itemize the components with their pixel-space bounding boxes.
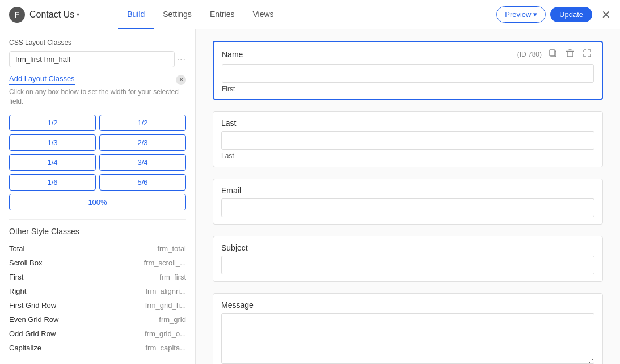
update-button[interactable]: Update [550, 7, 592, 22]
field-name-input[interactable] [222, 64, 594, 83]
style-row-right: Right frm_alignri... [9, 284, 186, 298]
field-expand-button[interactable] [580, 48, 594, 61]
add-layout-classes-button[interactable]: Add Layout Classes [9, 74, 75, 85]
css-input-row: ··· [9, 51, 186, 67]
main-content: CSS Layout Classes ··· Add Layout Classe… [0, 29, 620, 364]
style-row-first: First frm_first [9, 270, 186, 284]
grid-btn-full[interactable]: 100% [9, 194, 186, 210]
header: F Contact Us ▾ Build Settings Entries Vi… [0, 0, 620, 29]
field-last-sublabel: Last [221, 152, 594, 160]
style-row-firstgridrow: First Grid Row frm_grid_fi... [9, 298, 186, 312]
style-row-total: Total frm_total [9, 242, 186, 256]
style-name-evengridrow: Even Grid Row [9, 315, 58, 324]
close-button[interactable]: ✕ [601, 8, 611, 22]
grid-btn-third-1[interactable]: 1/3 [9, 134, 96, 151]
field-name[interactable]: Name (ID 780) [213, 41, 603, 100]
css-section-label: CSS Layout Classes [9, 39, 186, 46]
style-rows-list: Total frm_total Scroll Box frm_scroll_..… [9, 242, 186, 355]
sidebar: CSS Layout Classes ··· Add Layout Classe… [0, 29, 196, 364]
grid-btn-quarter-3[interactable]: 3/4 [99, 154, 186, 171]
field-last-label: Last [221, 118, 236, 128]
main-nav: Build Settings Entries Views [118, 0, 282, 29]
style-name-scrollbox: Scroll Box [9, 259, 43, 267]
form-title: Contact Us ▾ [29, 10, 79, 20]
style-row-scrollbox: Scroll Box frm_scroll_... [9, 256, 186, 270]
grid-btn-quarter-1[interactable]: 1/4 [9, 154, 96, 171]
nav-views[interactable]: Views [243, 0, 282, 29]
grid-btn-half-2[interactable]: 1/2 [99, 115, 186, 131]
nav-build[interactable]: Build [118, 0, 154, 29]
style-row-capitalize: Capitalize frm_capita... [9, 341, 186, 355]
field-name-id: (ID 780) [517, 50, 542, 58]
hint-text: Click on any box below to set the width … [9, 87, 186, 107]
grid-layout-section: 1/2 1/2 1/3 2/3 1/4 3/4 1/6 5/6 100% [9, 115, 186, 210]
field-name-sublabel: First [222, 85, 594, 93]
field-subject-input[interactable] [221, 256, 594, 274]
style-row-oddgridrow: Odd Grid Row frm_grid_o... [9, 327, 186, 341]
field-email[interactable]: Email [213, 179, 603, 225]
grid-btn-half-1[interactable]: 1/2 [9, 115, 96, 131]
preview-button[interactable]: Preview ▾ [496, 6, 546, 23]
style-class-capitalize: frm_capita... [145, 344, 186, 352]
field-name-label: Name [222, 50, 243, 59]
field-email-label: Email [221, 186, 241, 195]
close-layout-button[interactable]: ✕ [176, 75, 186, 85]
field-email-header: Email [221, 186, 594, 195]
grid-row-half: 1/2 1/2 [9, 115, 186, 131]
style-name-right: Right [9, 287, 26, 295]
other-styles-header: Other Style Classes [9, 219, 186, 236]
svg-rect-2 [567, 52, 573, 57]
style-name-first: First [9, 273, 23, 281]
field-delete-button[interactable] [563, 48, 577, 61]
add-layout-row: Add Layout Classes ✕ [9, 74, 186, 85]
app-logo: F [9, 7, 25, 23]
grid-btn-sixth-5[interactable]: 5/6 [99, 174, 186, 191]
css-class-input[interactable] [9, 51, 175, 67]
grid-btn-sixth-1[interactable]: 1/6 [9, 174, 96, 191]
style-class-evengridrow: frm_grid [159, 315, 186, 324]
field-last-input[interactable] [221, 131, 594, 150]
field-subject-header: Subject [221, 243, 594, 252]
style-row-evengridrow: Even Grid Row frm_grid [9, 312, 186, 327]
header-actions: Preview ▾ Update ✕ [496, 6, 611, 23]
field-message-header: Message [221, 300, 594, 310]
grid-row-full: 100% [9, 194, 186, 210]
field-last-header: Last [221, 118, 594, 128]
style-name-firstgridrow: First Grid Row [9, 301, 56, 310]
field-email-input[interactable] [221, 198, 594, 217]
style-class-right: frm_alignri... [145, 287, 186, 295]
field-subject-label: Subject [221, 243, 248, 252]
field-message-textarea[interactable] [221, 313, 594, 364]
style-class-scrollbox: frm_scroll_... [144, 259, 186, 267]
more-options-icon[interactable]: ··· [177, 54, 186, 65]
field-message[interactable]: Message [213, 293, 603, 364]
field-message-label: Message [221, 300, 254, 310]
trash-icon [566, 49, 575, 58]
title-chevron-icon[interactable]: ▾ [77, 11, 79, 18]
field-name-actions [546, 48, 594, 61]
field-copy-button[interactable] [546, 48, 560, 61]
grid-row-third: 1/3 2/3 [9, 134, 186, 151]
nav-settings[interactable]: Settings [154, 0, 201, 29]
style-name-capitalize: Capitalize [9, 344, 41, 352]
nav-entries[interactable]: Entries [201, 0, 244, 29]
expand-icon [583, 49, 592, 58]
style-class-total: frm_total [157, 244, 186, 253]
grid-btn-third-2[interactable]: 2/3 [99, 134, 186, 151]
field-subject[interactable]: Subject [213, 236, 603, 282]
grid-row-sixth: 1/6 5/6 [9, 174, 186, 191]
style-name-oddgridrow: Odd Grid Row [9, 329, 56, 338]
svg-rect-1 [550, 50, 555, 56]
form-canvas: Name (ID 780) [196, 29, 620, 364]
style-name-total: Total [9, 244, 24, 253]
style-class-first: frm_first [159, 273, 186, 281]
style-class-oddgridrow: frm_grid_o... [145, 329, 186, 338]
field-last[interactable]: Last Last [213, 111, 603, 167]
style-class-firstgridrow: frm_grid_fi... [145, 301, 186, 310]
copy-icon [549, 49, 558, 58]
field-name-header: Name (ID 780) [222, 48, 594, 61]
grid-row-quarter: 1/4 3/4 [9, 154, 186, 171]
